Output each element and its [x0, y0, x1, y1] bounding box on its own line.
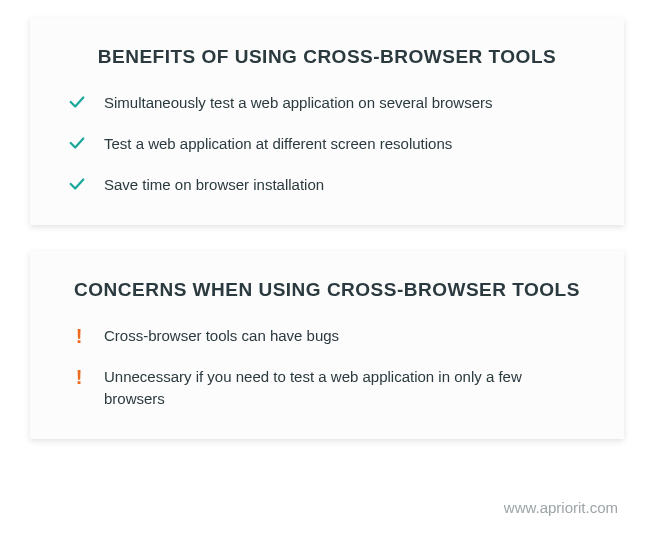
concern-item: ! Unnecessary if you need to test a web … [68, 366, 586, 411]
concern-text: Cross-browser tools can have bugs [104, 325, 339, 348]
concern-text: Unnecessary if you need to test a web ap… [104, 366, 586, 411]
concern-item: ! Cross-browser tools can have bugs [68, 325, 586, 348]
benefit-item: Test a web application at different scre… [68, 133, 586, 156]
footer-attribution: www.apriorit.com [30, 499, 624, 524]
benefits-title: BENEFITS OF USING CROSS-BROWSER TOOLS [68, 46, 586, 68]
benefit-text: Test a web application at different scre… [104, 133, 452, 156]
check-icon [68, 134, 90, 156]
concerns-card: CONCERNS WHEN USING CROSS-BROWSER TOOLS … [30, 251, 624, 439]
concerns-title: CONCERNS WHEN USING CROSS-BROWSER TOOLS [68, 279, 586, 301]
check-icon [68, 175, 90, 197]
check-icon [68, 93, 90, 115]
benefit-text: Simultaneously test a web application on… [104, 92, 493, 115]
benefit-item: Save time on browser installation [68, 174, 586, 197]
benefit-item: Simultaneously test a web application on… [68, 92, 586, 115]
exclamation-icon: ! [68, 326, 90, 346]
benefit-text: Save time on browser installation [104, 174, 324, 197]
exclamation-icon: ! [68, 367, 90, 387]
benefits-card: BENEFITS OF USING CROSS-BROWSER TOOLS Si… [30, 18, 624, 225]
